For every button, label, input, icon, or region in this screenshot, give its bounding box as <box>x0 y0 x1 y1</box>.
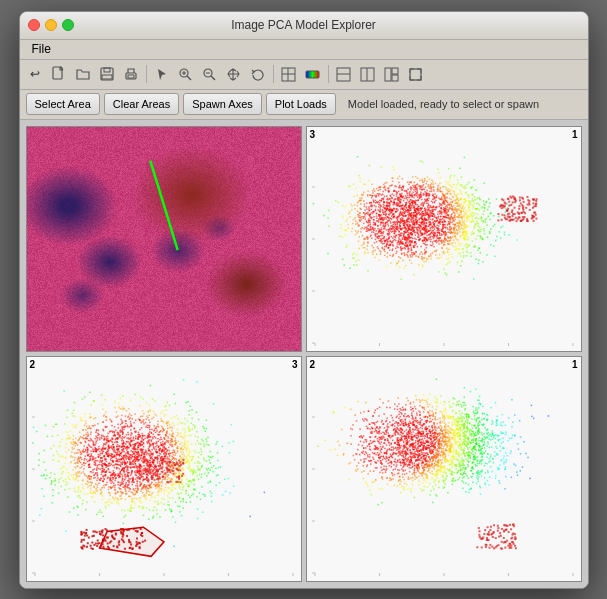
panel-bl-label-tl: 2 <box>30 359 36 370</box>
toolbar-colormap[interactable] <box>302 63 324 85</box>
toolbar-pan[interactable] <box>223 63 245 85</box>
svg-line-7 <box>187 76 191 80</box>
scatter-canvas-br <box>307 357 581 581</box>
svg-rect-16 <box>306 71 319 78</box>
scatter-canvas-tr <box>307 127 581 351</box>
toolbar-rotate[interactable] <box>247 63 269 85</box>
toolbar-open[interactable] <box>72 63 94 85</box>
scatter-canvas-bl <box>27 357 301 581</box>
toolbar-save[interactable] <box>96 63 118 85</box>
toolbar-layout1[interactable] <box>333 63 355 85</box>
titlebar: Image PCA Model Explorer <box>20 12 588 40</box>
action-bar: Select Area Clear Areas Spawn Axes Plot … <box>20 90 588 120</box>
panel-br-label-tr: 1 <box>572 359 578 370</box>
svg-rect-24 <box>410 69 421 80</box>
minimize-button[interactable] <box>45 19 57 31</box>
toolbar-layout2[interactable] <box>357 63 379 85</box>
toolbar-separator-1 <box>146 65 147 83</box>
main-window: Image PCA Model Explorer File ↩ <box>19 11 589 589</box>
select-area-button[interactable]: Select Area <box>26 93 100 115</box>
toolbar-separator-3 <box>328 65 329 83</box>
toolbar-layout3[interactable] <box>381 63 403 85</box>
toolbar-grid[interactable] <box>278 63 300 85</box>
maximize-button[interactable] <box>62 19 74 31</box>
panel-tr-label-tl: 3 <box>310 129 316 140</box>
menu-file[interactable]: File <box>26 42 57 56</box>
panel-scatter-top-right: 3 1 <box>306 126 582 352</box>
menubar: File <box>20 40 588 60</box>
panel-bl-label-tr: 3 <box>292 359 298 370</box>
toolbar-fullscreen[interactable] <box>405 63 427 85</box>
toolbar-zoom-out[interactable] <box>199 63 221 85</box>
svg-rect-0 <box>53 67 62 79</box>
panel-scatter-bottom-left: 2 3 <box>26 356 302 582</box>
status-label: Model loaded, ready to select or spawn <box>348 98 539 110</box>
toolbar-zoom-in[interactable] <box>175 63 197 85</box>
content-area: 3 1 2 3 2 1 <box>20 120 588 588</box>
spawn-axes-button[interactable]: Spawn Axes <box>183 93 262 115</box>
svg-line-11 <box>211 76 215 80</box>
svg-rect-22 <box>392 68 398 74</box>
traffic-lights <box>28 19 74 31</box>
toolbar-separator-2 <box>273 65 274 83</box>
panel-image <box>26 126 302 352</box>
toolbar-arrow[interactable]: ↩ <box>24 63 46 85</box>
panel-tr-label-tr: 1 <box>572 129 578 140</box>
panel-scatter-bottom-right: 2 1 <box>306 356 582 582</box>
svg-rect-1 <box>101 68 113 80</box>
toolbar-print[interactable] <box>120 63 142 85</box>
plot-loads-button[interactable]: Plot Loads <box>266 93 336 115</box>
close-button[interactable] <box>28 19 40 31</box>
toolbar-new[interactable] <box>48 63 70 85</box>
svg-rect-23 <box>392 75 398 81</box>
svg-rect-3 <box>102 75 112 79</box>
clear-areas-button[interactable]: Clear Areas <box>104 93 179 115</box>
svg-rect-5 <box>128 75 134 78</box>
image-canvas <box>27 127 301 351</box>
panel-br-label-tl: 2 <box>310 359 316 370</box>
svg-rect-21 <box>385 68 391 81</box>
window-title: Image PCA Model Explorer <box>231 18 376 32</box>
toolbar: ↩ <box>20 60 588 90</box>
toolbar-cursor[interactable] <box>151 63 173 85</box>
